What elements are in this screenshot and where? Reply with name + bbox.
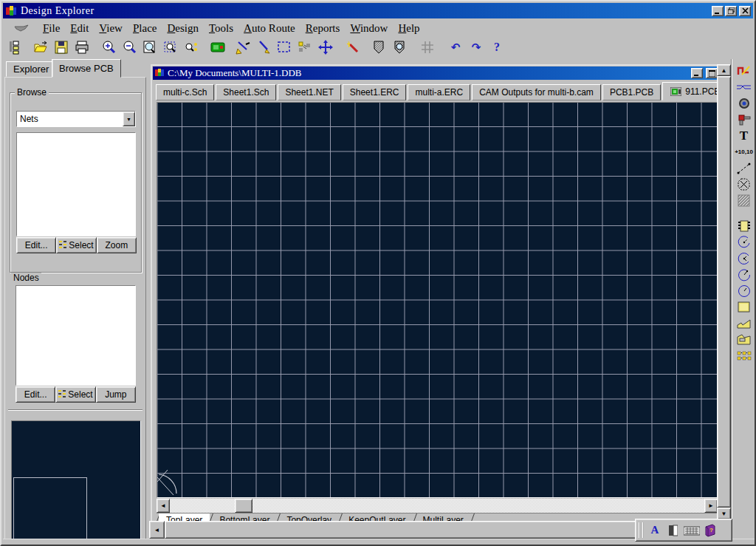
nets-listbox[interactable] bbox=[16, 132, 136, 236]
nets-zoom-button[interactable]: Zoom bbox=[97, 237, 137, 253]
app-titlebar[interactable]: Design Explorer bbox=[3, 3, 753, 18]
doc-tab-pcb1-pcb[interactable]: PCB1.PCB bbox=[602, 84, 661, 100]
nets-select-button[interactable]: Select bbox=[56, 237, 96, 253]
pcb-grid-canvas[interactable] bbox=[157, 103, 717, 497]
workspace-vertical-scrollbar[interactable]: ▲ ▼ bbox=[717, 64, 731, 519]
menu-view[interactable]: View bbox=[99, 22, 123, 35]
minimize-button[interactable] bbox=[712, 6, 724, 16]
tab-browse-pcb[interactable]: Browse PCB bbox=[52, 59, 121, 78]
close-button[interactable] bbox=[739, 6, 751, 16]
help-icon[interactable]: ? bbox=[489, 39, 505, 55]
full-half-width-icon[interactable] bbox=[665, 522, 681, 538]
pad-icon[interactable] bbox=[735, 112, 754, 127]
zoom-area-icon[interactable] bbox=[162, 39, 179, 55]
doc-tab-sheet1-net[interactable]: Sheet1.NET bbox=[278, 84, 340, 100]
menu-place[interactable]: Place bbox=[133, 22, 157, 35]
scroll-thumb[interactable] bbox=[165, 521, 643, 539]
scroll-down-icon[interactable]: ▼ bbox=[717, 508, 731, 519]
menu-edit[interactable]: Edit bbox=[70, 22, 89, 35]
zoom-all-icon[interactable] bbox=[142, 39, 158, 55]
wire-cutter-icon[interactable] bbox=[235, 39, 251, 55]
doc-tab-multi-c-sch[interactable]: multi-c.Sch bbox=[156, 84, 214, 100]
text-tool-icon[interactable]: T bbox=[735, 128, 754, 143]
menu-auto-route[interactable]: Auto Route bbox=[244, 22, 295, 35]
fill-icon[interactable] bbox=[735, 299, 754, 315]
ime-help-icon[interactable]: ? bbox=[702, 522, 718, 538]
design-manager-toggle-icon[interactable] bbox=[7, 39, 24, 55]
arc-center-icon[interactable] bbox=[735, 250, 754, 266]
wand-tool-icon[interactable] bbox=[344, 39, 360, 55]
menu-tools[interactable]: Tools bbox=[209, 22, 233, 35]
scroll-thumb[interactable] bbox=[717, 76, 731, 508]
scroll-right-icon[interactable]: ► bbox=[704, 499, 718, 513]
restore-button[interactable] bbox=[725, 6, 737, 16]
scroll-thumb[interactable] bbox=[235, 499, 252, 513]
menu-window[interactable]: Window bbox=[350, 22, 388, 35]
dimension-icon[interactable] bbox=[735, 160, 754, 176]
via-icon[interactable] bbox=[735, 95, 754, 111]
fill-hatch-icon[interactable] bbox=[735, 193, 754, 208]
doc-minimize-button[interactable] bbox=[691, 68, 703, 78]
menu-design[interactable]: Design bbox=[167, 22, 199, 35]
soft-keyboard-icon[interactable] bbox=[684, 522, 700, 538]
split-plane-icon[interactable] bbox=[735, 332, 754, 347]
nodes-listbox[interactable] bbox=[16, 285, 136, 386]
arc-edge-icon[interactable] bbox=[735, 234, 754, 250]
track-mode-icon[interactable] bbox=[735, 79, 754, 95]
full-circle-icon[interactable] bbox=[735, 283, 754, 298]
menu-arrow-icon[interactable] bbox=[13, 24, 32, 33]
nets-edit-button[interactable]: Edit... bbox=[16, 237, 56, 253]
doc-tab-multi-a-erc[interactable]: multi-a.ERC bbox=[408, 84, 470, 100]
pick-tool-icon[interactable] bbox=[255, 39, 272, 55]
menu-help[interactable]: Help bbox=[398, 22, 419, 35]
view-3d-board-icon[interactable] bbox=[391, 39, 408, 55]
scroll-left-icon[interactable]: ◄ bbox=[157, 499, 170, 513]
pcb-horizontal-scrollbar[interactable]: ◄ ► bbox=[157, 499, 718, 513]
nodes-select-button[interactable]: Select bbox=[55, 386, 95, 403]
browse-type-select[interactable]: Nets ▼ bbox=[16, 111, 136, 127]
redo-icon[interactable]: ↷ bbox=[468, 39, 484, 55]
board-origin-marker bbox=[157, 470, 184, 497]
doc-tab-sheet1-sch[interactable]: Sheet1.Sch bbox=[216, 84, 276, 100]
pad-array-icon[interactable] bbox=[735, 348, 754, 364]
undo-icon[interactable]: ↶ bbox=[447, 39, 464, 55]
toggle-grid-icon[interactable] bbox=[419, 39, 436, 55]
document-titlebar[interactable]: C:\My Documents\MULTI-1.DDB bbox=[153, 66, 729, 80]
room-icon[interactable] bbox=[735, 177, 754, 192]
arc-angle-icon[interactable] bbox=[735, 267, 754, 282]
save-document-icon[interactable] bbox=[53, 39, 69, 55]
nodes-jump-button[interactable]: Jump bbox=[96, 386, 136, 403]
component-icon[interactable] bbox=[735, 218, 754, 233]
nodes-edit-button[interactable]: Edit... bbox=[16, 386, 55, 403]
menu-reports[interactable]: Reports bbox=[306, 22, 340, 35]
doc-tab-sheet1-erc[interactable]: Sheet1.ERC bbox=[343, 84, 407, 100]
input-mode-icon[interactable]: A bbox=[647, 522, 663, 538]
move-tool-icon[interactable] bbox=[317, 39, 334, 55]
scroll-up-icon[interactable]: ▲ bbox=[717, 64, 731, 76]
interactive-routing-icon[interactable] bbox=[735, 63, 754, 78]
zoom-out-icon[interactable] bbox=[121, 39, 137, 55]
menu-file[interactable]: File bbox=[43, 22, 60, 35]
ime-drag-handle[interactable] bbox=[639, 522, 644, 538]
print-icon[interactable] bbox=[74, 39, 90, 55]
view-3d-icon[interactable] bbox=[371, 39, 387, 55]
dropdown-arrow-icon[interactable]: ▼ bbox=[123, 112, 135, 126]
pcb-viewport[interactable] bbox=[157, 102, 718, 498]
scroll-left-icon[interactable]: ◄ bbox=[149, 521, 165, 539]
doc-tab-label: multi-c.Sch bbox=[163, 87, 207, 98]
tab-explorer[interactable]: Explorer bbox=[6, 61, 56, 77]
polygon-plane-icon[interactable] bbox=[735, 315, 754, 331]
doc-maximize-button[interactable] bbox=[706, 68, 718, 78]
zoom-point-icon[interactable] bbox=[183, 39, 199, 55]
board-preview[interactable] bbox=[11, 420, 141, 546]
workspace-horizontal-scrollbar[interactable]: ◄ ► bbox=[149, 521, 717, 539]
doc-tab-cam-outputs[interactable]: CAM Outputs for multi-b.cam bbox=[472, 84, 601, 100]
deselect-all-icon[interactable] bbox=[297, 39, 313, 55]
coordinate-icon[interactable]: +10,10 bbox=[735, 144, 754, 160]
scroll-track[interactable] bbox=[170, 499, 704, 513]
select-area-icon[interactable] bbox=[276, 39, 292, 55]
zoom-in-icon[interactable] bbox=[100, 39, 117, 55]
open-document-icon[interactable] bbox=[32, 39, 49, 55]
cross-probe-icon[interactable] bbox=[210, 39, 226, 55]
ime-toolbar[interactable]: A ? bbox=[635, 519, 732, 542]
